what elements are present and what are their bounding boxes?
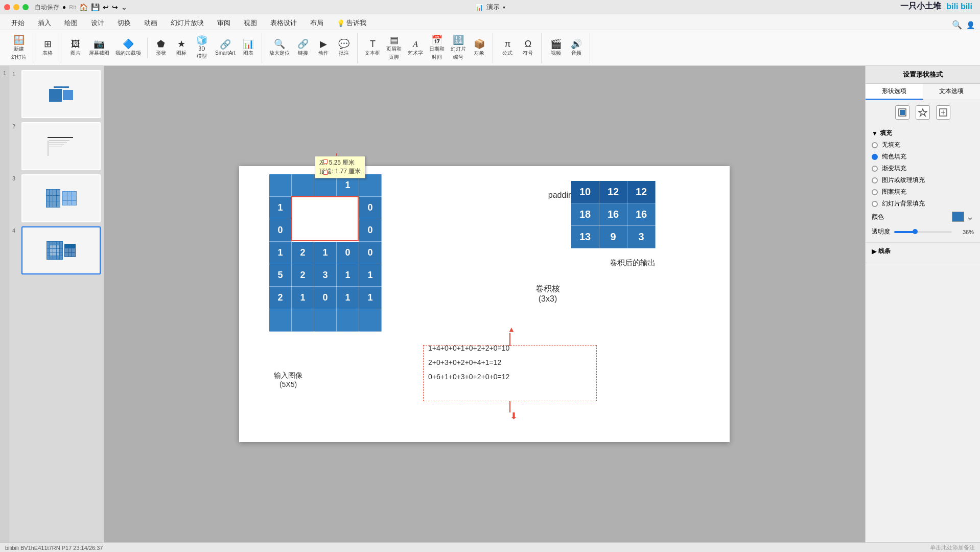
wordart-button[interactable]: 𝐴 艺术字 xyxy=(406,38,425,58)
resize-handle-top2[interactable] xyxy=(323,159,328,164)
ribbon-group-links: 🔍 放大定位 🔗 链接 ▶ 动作 💬 批注 xyxy=(263,33,358,63)
search-icon[interactable]: 🔍 xyxy=(952,20,962,30)
fill-icon[interactable] xyxy=(895,105,909,120)
slide-canvas[interactable]: 1 1 2 0 0 0 xyxy=(239,166,730,442)
autosave-label: 自动保存 xyxy=(35,3,59,12)
text-options-tab[interactable]: 文本选项 xyxy=(923,84,980,100)
autosave-toggle[interactable]: ● xyxy=(62,4,66,11)
table-row: 1 2 0 0 0 1 3 0 xyxy=(269,197,382,219)
slide-number-indicator: 1 xyxy=(3,70,6,76)
slide-thumb-1[interactable] xyxy=(21,70,101,118)
maximize-button[interactable] xyxy=(22,4,29,10)
fill-option-solid[interactable]: 纯色填充 xyxy=(872,152,974,161)
tab-table-design[interactable]: 表格设计 xyxy=(264,16,303,30)
home-icon[interactable]: 🏠 xyxy=(79,3,88,11)
table-row: 1 2 1 0 0 xyxy=(269,242,382,264)
window-controls[interactable] xyxy=(4,4,29,10)
tab-start[interactable]: 开始 xyxy=(5,16,31,30)
resize-handle-top[interactable] xyxy=(323,171,328,175)
fill-option-gradient[interactable]: 渐变填充 xyxy=(872,164,974,173)
slide-thumb-4[interactable] xyxy=(21,226,101,274)
zoom-button[interactable]: 🔍 放大定位 xyxy=(267,38,292,58)
fill-option-texture[interactable]: 图片或纹理填充 xyxy=(872,176,974,185)
fill-option-slide-bg[interactable]: 幻灯片背景填充 xyxy=(872,199,974,208)
equation-button[interactable]: π 公式 xyxy=(498,38,517,58)
icon-row xyxy=(866,100,980,125)
undo-icon[interactable]: ↩ xyxy=(103,3,109,11)
user-icon[interactable]: 👤 xyxy=(966,21,975,29)
main-area: 1 1 2 xyxy=(0,66,980,542)
ribbon-group-symbols: π 公式 Ω 符号 xyxy=(494,33,542,63)
chart-button[interactable]: 📊 图表 xyxy=(239,38,258,58)
notes-text[interactable]: 单击此处添加备注 xyxy=(930,544,975,551)
fill-section: ▼ 填充 无填充 纯色填充 渐变填充 图片或纹理填充 xyxy=(866,125,980,243)
header-footer-button[interactable]: ▤ 页眉和 页脚 xyxy=(384,34,404,62)
shape-button[interactable]: ⬟ 形状 xyxy=(152,38,170,58)
close-button[interactable] xyxy=(4,4,10,10)
radio-solid[interactable] xyxy=(872,154,878,160)
table-button[interactable]: ⊞ 表格 xyxy=(38,38,57,58)
comment-button[interactable]: 💬 批注 xyxy=(335,38,353,58)
bilibili-logo: bili bili xyxy=(946,2,972,11)
slide-num-2: 2 xyxy=(12,123,15,129)
fill-option-pattern[interactable]: 图案填充 xyxy=(872,188,974,196)
tab-transition[interactable]: 切换 xyxy=(111,16,137,30)
input-grid-container: 1 1 2 0 0 0 xyxy=(269,174,382,332)
more-icon[interactable]: ⌄ xyxy=(121,3,127,11)
redo-icon[interactable]: ↪ xyxy=(112,3,118,11)
opacity-handle[interactable] xyxy=(913,229,918,234)
link-button[interactable]: 🔗 链接 xyxy=(294,38,312,58)
save-icon[interactable]: 💾 xyxy=(91,3,100,11)
table-row: 18 16 16 xyxy=(571,203,656,226)
fill-section-title[interactable]: ▼ 填充 xyxy=(872,129,974,137)
datetime-button[interactable]: 📅 日期和 时间 xyxy=(427,34,447,62)
icon-button[interactable]: ★ 图标 xyxy=(172,38,191,58)
color-swatch[interactable] xyxy=(952,212,964,222)
new-slide-button[interactable]: 🪟 新建 幻灯片 xyxy=(9,34,29,62)
radio-none[interactable] xyxy=(872,142,878,148)
radio-gradient[interactable] xyxy=(872,166,878,172)
smartart-button[interactable]: 🔗 SmartArt xyxy=(213,39,237,57)
tab-review[interactable]: 审阅 xyxy=(211,16,237,30)
tab-tell-me[interactable]: 💡告诉我 xyxy=(331,16,372,30)
picture-button[interactable]: 🖼 图片 xyxy=(66,38,85,58)
slide-number-button[interactable]: 🔢 幻灯片 编号 xyxy=(449,34,468,62)
line-expand-icon[interactable]: ▶ xyxy=(872,248,876,255)
ribbon-group-table: ⊞ 表格 xyxy=(34,33,61,63)
radio-texture[interactable] xyxy=(872,177,878,183)
3d-model-button[interactable]: 🧊 3D 模型 xyxy=(193,35,211,61)
action-button[interactable]: ▶ 动作 xyxy=(314,38,333,58)
tab-draw[interactable]: 绘图 xyxy=(58,16,84,30)
tab-design[interactable]: 设计 xyxy=(85,16,110,30)
dropdown-icon[interactable]: ▾ xyxy=(503,5,505,10)
effect-icon[interactable] xyxy=(916,105,930,120)
size-icon[interactable] xyxy=(936,105,950,120)
shape-options-tab[interactable]: 形状选项 xyxy=(866,84,923,100)
opacity-slider[interactable] xyxy=(894,231,952,233)
radio-slide-bg[interactable] xyxy=(872,201,878,207)
tab-slideshow[interactable]: 幻灯片放映 xyxy=(165,16,210,30)
svg-marker-2 xyxy=(919,109,927,116)
textbox-button[interactable]: T 文本框 xyxy=(363,38,382,58)
tab-layout[interactable]: 布局 xyxy=(304,16,330,30)
radio-pattern[interactable] xyxy=(872,189,878,195)
bottom-bar-text: bilibili BV1hE411t7RN P17 23:14/26:37 xyxy=(5,545,103,551)
audio-button[interactable]: 🔊 音频 xyxy=(567,38,586,58)
video-button[interactable]: 🎬 视频 xyxy=(547,38,565,58)
symbol-button[interactable]: Ω 符号 xyxy=(519,38,537,58)
fill-option-none[interactable]: 无填充 xyxy=(872,141,974,149)
tab-animation[interactable]: 动画 xyxy=(138,16,164,30)
window-title: 📊 演示 ▾ xyxy=(475,3,505,12)
tab-view[interactable]: 视图 xyxy=(238,16,263,30)
fill-expand-icon[interactable]: ▼ xyxy=(872,130,878,137)
tab-insert[interactable]: 插入 xyxy=(32,16,57,30)
color-dropdown[interactable]: ⌄ xyxy=(966,211,974,222)
arrow-line-down xyxy=(509,401,510,412)
line-section-title[interactable]: ▶ 线条 xyxy=(872,247,974,256)
minimize-button[interactable] xyxy=(13,4,19,10)
my-addins-button[interactable]: 🔷 我的加载项 xyxy=(113,38,143,58)
slide-thumb-2[interactable] xyxy=(21,122,101,170)
object-button[interactable]: 📦 对象 xyxy=(470,38,488,58)
screenshot-button[interactable]: 📷 屏幕截图 xyxy=(87,38,111,58)
slide-thumb-3[interactable] xyxy=(21,174,101,222)
